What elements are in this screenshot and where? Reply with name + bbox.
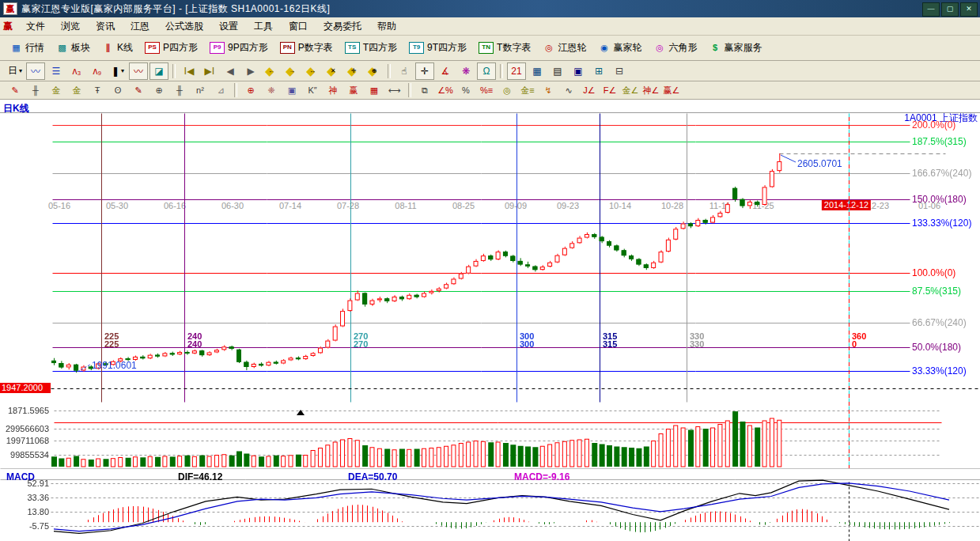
gann-cycle-number: 270270 bbox=[354, 332, 368, 348]
gann-level-label: 166.67%(240) bbox=[912, 168, 971, 179]
scale-price-label: 1871.5965 bbox=[8, 406, 49, 415]
prev-close-price-badge: 1947.2000 bbox=[0, 383, 51, 393]
gann-level-label: 33.33%(120) bbox=[912, 365, 967, 376]
gann-level-label: 100.0%(0) bbox=[912, 267, 955, 278]
gann-level-label: 50.0%(180) bbox=[912, 342, 961, 353]
gann-level-label: 187.5%(315) bbox=[912, 136, 967, 147]
macd-pane-title: MACD bbox=[6, 471, 35, 482]
macd-axis-label: 33.36 bbox=[27, 493, 49, 502]
gann-level-label: 66.67%(240) bbox=[912, 317, 967, 328]
gann-level-label: 150.0%(180) bbox=[912, 194, 967, 205]
macd-axis-label: 13.80 bbox=[27, 507, 49, 516]
gann-level-label: 87.5%(315) bbox=[912, 286, 961, 297]
low-price-marker: 1991.0601 bbox=[92, 360, 137, 371]
application-window: 赢 赢家江恩专业版[赢家内部服务平台] - [上证指数 SH1A0001-162… bbox=[0, 0, 980, 541]
gann-cycle-number: 300300 bbox=[520, 332, 534, 348]
gann-cycle-number: 225225 bbox=[104, 332, 119, 348]
gann-cycle-number: 315315 bbox=[603, 332, 617, 348]
volume-axis-label: 299566603 bbox=[6, 424, 49, 433]
kline-chart-canvas[interactable] bbox=[0, 0, 980, 541]
volume-axis-label: 199711068 bbox=[6, 436, 49, 445]
gann-cycle-number: 240240 bbox=[187, 332, 202, 348]
gann-cycle-number: 330330 bbox=[690, 332, 704, 348]
gann-level-label: 200.0%(0) bbox=[912, 119, 955, 131]
macd-dif-value: DIF=46.12 bbox=[178, 471, 222, 482]
high-price-marker: 2605.0701 bbox=[797, 158, 842, 169]
gann-level-label: 133.33%(120) bbox=[912, 218, 971, 229]
macd-dea-value: DEA=50.70 bbox=[348, 471, 397, 482]
gann-cycle-number: 3600 bbox=[852, 332, 866, 348]
macd-axis-label: -5.75 bbox=[29, 521, 49, 531]
volume-axis-label: 99855534 bbox=[10, 450, 49, 460]
macd-macd-value: MACD=-9.16 bbox=[514, 471, 569, 482]
